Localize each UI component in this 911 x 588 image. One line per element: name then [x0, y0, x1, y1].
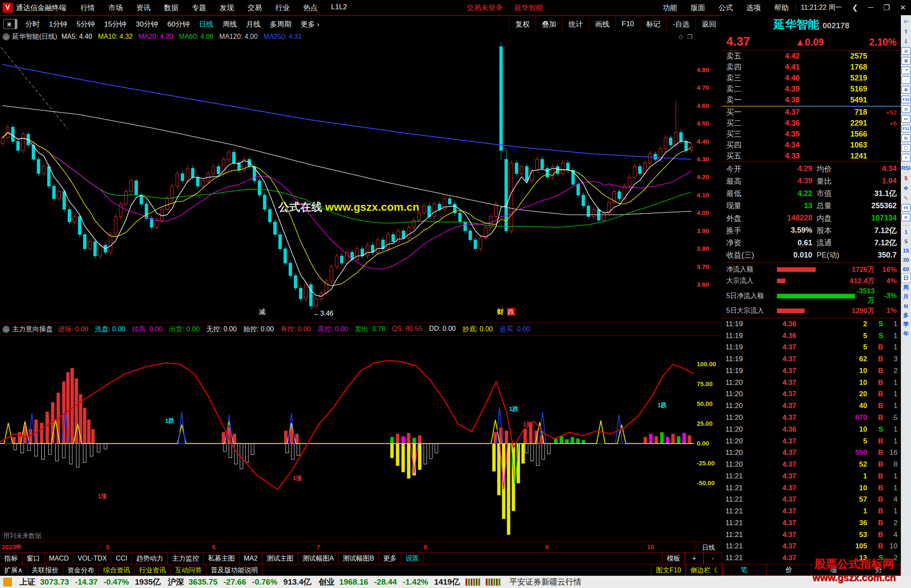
- menu-item-帮助[interactable]: 帮助: [768, 3, 795, 13]
- tab-CCI[interactable]: CCI: [111, 553, 132, 564]
- bid-row[interactable]: 买三4.351566: [722, 129, 901, 140]
- tick-row[interactable]: 11:204.3720B1: [722, 389, 901, 400]
- toolbar-F10[interactable]: F10: [615, 16, 640, 32]
- tab-关联报价[interactable]: 关联报价: [27, 564, 63, 576]
- indicator-collapse-icon[interactable]: ⌄: [3, 326, 10, 333]
- tab-MA2[interactable]: MA2: [240, 553, 262, 564]
- grid-icon[interactable]: ▦: [901, 57, 911, 64]
- scroll-up-icon[interactable]: ⇧: [902, 27, 910, 35]
- period-60分钟[interactable]: 60分钟: [163, 19, 194, 29]
- bid-row[interactable]: 买二4.362291+6: [722, 118, 901, 129]
- strip-period-季[interactable]: 季: [901, 320, 911, 329]
- tick-row[interactable]: 11:204.3740B1: [722, 400, 901, 412]
- tab-测试幅图A[interactable]: 测试幅图A: [298, 553, 339, 564]
- tab-VOL-TDX[interactable]: VOL-TDX: [73, 553, 111, 564]
- candlestick-chart[interactable]: 公式在线 www.gszx.com.cn4.96←3.46减财跌: [0, 42, 694, 320]
- ask-row[interactable]: 卖四4.411768: [722, 62, 901, 72]
- kline-icon[interactable]: ↕: [901, 76, 911, 84]
- index-monitor-icon-2[interactable]: [485, 578, 501, 586]
- period-1分钟[interactable]: 1分钟: [44, 19, 72, 29]
- tab-资金分布[interactable]: 资金分布: [63, 564, 99, 576]
- index-monitor-icon-1[interactable]: [465, 578, 480, 586]
- login-status[interactable]: 交易未登录: [461, 3, 509, 13]
- tab-窗口[interactable]: 窗口: [22, 553, 45, 564]
- menu-item-发现[interactable]: 发现: [213, 3, 241, 13]
- nav-back-button[interactable]: ❮: [847, 3, 863, 12]
- tab-图文F10[interactable]: 图文F10: [651, 564, 686, 576]
- tab-综合资讯[interactable]: 综合资讯: [99, 564, 135, 576]
- tab-测试主图[interactable]: 测试主图: [262, 553, 298, 564]
- index-name[interactable]: 沪深: [168, 577, 184, 588]
- tick-row[interactable]: 11:214.3753B4: [722, 529, 901, 541]
- menu-item-市场[interactable]: 市场: [102, 3, 129, 13]
- bid-row[interactable]: 买四4.341063: [722, 140, 901, 150]
- menu-item-行情[interactable]: 行情: [74, 3, 102, 13]
- bid-row[interactable]: 买一4.37718+52: [722, 107, 901, 118]
- strip-period-年[interactable]: 年: [901, 329, 911, 338]
- tick-row[interactable]: 11:194.3762B3: [722, 353, 901, 365]
- menu-item-交易[interactable]: 交易: [241, 3, 269, 13]
- toolbar-统计[interactable]: 统计: [562, 16, 589, 32]
- tick-list[interactable]: 11:194.362S111:194.365S111:194.375B111:1…: [722, 318, 901, 564]
- tab-侧边栏《[interactable]: 侧边栏《: [686, 564, 722, 576]
- period-15分钟[interactable]: 15分钟: [100, 19, 131, 29]
- restore-button[interactable]: ❐: [879, 3, 895, 12]
- market-icon[interactable]: [3, 578, 12, 586]
- strip-period-30[interactable]: 30: [901, 255, 911, 264]
- tab-模板[interactable]: 模板: [662, 553, 685, 564]
- trend-chart-icon[interactable]: ↗: [901, 67, 911, 74]
- note-icon[interactable]: ≔: [901, 115, 911, 123]
- nav-back-icon[interactable]: ⇦: [902, 17, 910, 25]
- period-分时[interactable]: 分时: [21, 19, 44, 29]
- tick-row[interactable]: 11:194.3710B2: [722, 365, 901, 377]
- period-30分钟[interactable]: 30分钟: [131, 19, 163, 29]
- close-button[interactable]: ✕: [895, 3, 911, 12]
- mark-diamond-icon[interactable]: ◇: [679, 33, 683, 40]
- tab-互动问答[interactable]: 互动问答: [171, 564, 207, 576]
- tick-row[interactable]: 11:204.37670B5: [722, 412, 901, 424]
- tab-主力监控[interactable]: 主力监控: [168, 553, 204, 564]
- tab-更多[interactable]: 更多: [379, 553, 401, 564]
- stock-name[interactable]: 延华智能: [774, 17, 819, 32]
- tab-普及版功能说明[interactable]: 普及版功能说明: [207, 564, 263, 576]
- period-5分钟[interactable]: 5分钟: [72, 19, 99, 29]
- f12-icon[interactable]: F12: [901, 125, 911, 132]
- tab-测试幅图B[interactable]: 测试幅图B: [339, 553, 379, 564]
- layout-toggle-icon[interactable]: ▣: [3, 19, 17, 29]
- menu-item-资讯[interactable]: 资讯: [129, 3, 157, 13]
- tick-row[interactable]: 11:194.362S1: [722, 318, 901, 330]
- strip-period-N[interactable]: N: [901, 301, 911, 311]
- rsi-icon[interactable]: RSI: [902, 164, 910, 172]
- tab-设置[interactable]: 设置: [401, 553, 423, 564]
- current-stock-label[interactable]: 延华智能: [509, 3, 549, 13]
- pencil-icon[interactable]: ✎: [902, 194, 910, 202]
- tick-row[interactable]: 11:204.3710B1: [722, 377, 901, 389]
- toolbar-叠加[interactable]: 叠加: [536, 16, 562, 32]
- menu-item-行业[interactable]: 行业: [269, 3, 296, 13]
- tab-MACD[interactable]: MACD: [45, 553, 73, 564]
- formula-icon[interactable]: fx: [901, 134, 911, 142]
- index-name[interactable]: 上证: [19, 577, 35, 588]
- menu-item-专题[interactable]: 专题: [185, 3, 213, 13]
- period-label-cell[interactable]: 日线: [695, 542, 722, 553]
- menu-item-L1L2[interactable]: L1L2: [324, 3, 354, 13]
- tick-row[interactable]: 11:204.375B1: [722, 435, 901, 447]
- tick-row[interactable]: 11:214.371B1: [722, 470, 901, 482]
- f10-icon[interactable]: F10: [901, 96, 911, 103]
- tick-row[interactable]: 11:194.365S1: [722, 330, 901, 342]
- tick-row[interactable]: 11:204.3610S1: [722, 424, 901, 435]
- toolbar-返回[interactable]: 返回: [695, 16, 722, 32]
- tab-指标[interactable]: 指标: [0, 553, 22, 564]
- quote-list-icon[interactable]: ▤: [901, 47, 911, 55]
- indicator-chart[interactable]: 1跌1跌1跌1涨1涨1张: [0, 335, 694, 542]
- tick-row[interactable]: 11:214.371B1: [722, 505, 901, 517]
- strip-period-60[interactable]: 60: [901, 264, 911, 274]
- refresh-icon[interactable]: ⟳: [901, 214, 911, 221]
- tick-row[interactable]: 11:214.37105B10: [722, 541, 901, 553]
- scroll-down-icon[interactable]: ⇩: [902, 37, 910, 46]
- menu-item-热点[interactable]: 热点: [296, 3, 324, 13]
- split-screen-icon[interactable]: ❐: [687, 33, 693, 40]
- toolbar-复权[interactable]: 复权: [509, 16, 536, 32]
- pages-icon[interactable]: ⧉: [901, 86, 911, 94]
- tree-icon[interactable]: ⊟: [901, 105, 911, 113]
